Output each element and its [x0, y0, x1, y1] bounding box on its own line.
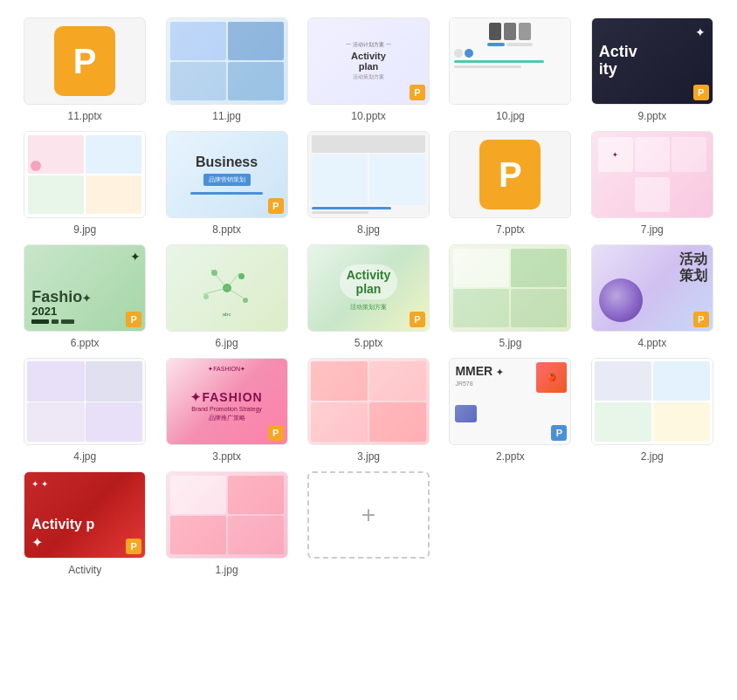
- list-item[interactable]: ✦ Fashio✦ 2021 P 6.pptx: [17, 244, 152, 349]
- list-item[interactable]: 9.jpg: [17, 131, 152, 236]
- pptx-badge: P: [410, 85, 425, 100]
- list-item[interactable]: P 7.pptx: [443, 131, 577, 236]
- file-thumbnail[interactable]: ✦ ✦ Activity p ✦ P: [24, 471, 146, 559]
- file-grid: P 11.pptx 11.jpg 一 活动计划方案 一 Activityplan…: [9, 9, 728, 585]
- file-thumbnail[interactable]: ✦ Fashio✦ 2021 P: [24, 244, 146, 332]
- file-name: 3.pptx: [212, 450, 241, 463]
- file-thumbnail[interactable]: [307, 358, 430, 445]
- file-thumbnail[interactable]: ✦ Activity P: [591, 17, 713, 105]
- file-thumbnail[interactable]: [591, 358, 713, 445]
- network-lines: [188, 257, 266, 319]
- file-name: 9.jpg: [73, 223, 96, 236]
- list-item[interactable]: MMER ✦ JR578 🍎 P 2.pptx: [443, 358, 577, 463]
- file-name: 10.pptx: [351, 110, 385, 122]
- pptx-icon: P: [54, 26, 115, 96]
- file-name: 2.pptx: [496, 450, 525, 463]
- list-item[interactable]: 1.jpg: [159, 471, 293, 576]
- thumbnail-content: [167, 18, 287, 104]
- file-thumbnail[interactable]: abc: [166, 244, 288, 332]
- file-name: Activity: [68, 564, 101, 576]
- list-item[interactable]: ✦ 7.jpg: [585, 131, 720, 236]
- pptx-badge: P: [551, 425, 567, 441]
- file-name: 4.pptx: [637, 337, 666, 349]
- pptx-badge: P: [126, 539, 141, 554]
- list-item[interactable]: 4.jpg: [17, 358, 152, 463]
- pptx-badge: P: [410, 312, 425, 327]
- pptx-badge: P: [693, 312, 709, 327]
- pptx-badge: P: [126, 312, 141, 327]
- list-item[interactable]: P 11.pptx: [17, 17, 152, 122]
- file-thumbnail[interactable]: Business 品牌营销策划 P: [166, 131, 288, 218]
- add-button[interactable]: +: [307, 471, 430, 559]
- file-name: 11.pptx: [68, 110, 102, 122]
- file-thumbnail[interactable]: ✦FASHION✦ ✦FASHION Brand Promotion Strat…: [166, 358, 288, 445]
- file-name: 2.jpg: [641, 450, 664, 463]
- list-item[interactable]: 10.jpg: [443, 17, 577, 122]
- svg-line-1: [203, 288, 227, 294]
- thumbnail-content: [24, 359, 145, 444]
- file-name: 5.pptx: [355, 337, 383, 349]
- file-thumbnail[interactable]: [307, 131, 430, 218]
- file-name: 9.pptx: [637, 110, 666, 122]
- file-name: 1.jpg: [216, 564, 238, 576]
- file-thumbnail[interactable]: [24, 131, 146, 218]
- file-thumbnail[interactable]: P: [449, 131, 571, 218]
- file-thumbnail[interactable]: [449, 244, 571, 332]
- list-item[interactable]: Business 品牌营销策划 P 8.pptx: [159, 131, 293, 236]
- file-thumbnail[interactable]: P: [24, 17, 146, 105]
- svg-line-0: [211, 270, 227, 288]
- pptx-badge: P: [693, 85, 709, 100]
- file-thumbnail[interactable]: [449, 17, 571, 105]
- file-thumbnail[interactable]: [166, 471, 288, 559]
- thumbnail-content: [167, 472, 287, 558]
- file-thumbnail[interactable]: 活动策划 P: [591, 244, 713, 332]
- list-item[interactable]: 8.jpg: [301, 131, 436, 236]
- thumbnail-content: [592, 359, 713, 444]
- file-name: 8.pptx: [212, 223, 241, 236]
- list-item[interactable]: 一 活动计划方案 一 Activityplan 活动策划方案 P 10.pptx: [301, 17, 436, 122]
- thumbnail-content: ✦: [592, 132, 713, 217]
- file-name: 10.jpg: [496, 110, 525, 122]
- thumbnail-content: [450, 245, 570, 331]
- svg-line-2: [227, 273, 239, 288]
- pptx-badge: P: [268, 198, 284, 214]
- file-thumbnail[interactable]: MMER ✦ JR578 🍎 P: [449, 358, 571, 445]
- file-name: 6.jpg: [216, 337, 238, 349]
- list-item[interactable]: 3.jpg: [301, 358, 436, 463]
- list-item[interactable]: 活动策划 P 4.pptx: [585, 244, 720, 349]
- file-name: 4.jpg: [73, 450, 96, 463]
- pptx-badge: P: [268, 425, 284, 441]
- add-file-item[interactable]: +: [301, 471, 436, 576]
- file-thumbnail[interactable]: Activityplan 活动策划方案 P: [307, 244, 430, 332]
- list-item[interactable]: Activityplan 活动策划方案 P 5.pptx: [301, 244, 436, 349]
- list-item[interactable]: 2.jpg: [585, 358, 720, 463]
- file-name: [367, 564, 369, 576]
- file-thumbnail[interactable]: [166, 17, 288, 105]
- file-name: 7.pptx: [496, 223, 525, 236]
- list-item[interactable]: 5.jpg: [443, 244, 577, 349]
- globe-decoration: [599, 278, 643, 322]
- file-name: 8.jpg: [357, 223, 380, 236]
- thumbnail-content: abc: [167, 245, 287, 331]
- list-item[interactable]: 11.jpg: [159, 17, 293, 122]
- file-name: 7.jpg: [641, 223, 664, 236]
- mmer-image: 🍎: [536, 362, 567, 393]
- thumbnail-content: [308, 359, 429, 444]
- thumbnail-content: [450, 18, 570, 104]
- file-thumbnail[interactable]: 一 活动计划方案 一 Activityplan 活动策划方案 P: [307, 17, 430, 105]
- list-item[interactable]: ✦ Activity P 9.pptx: [585, 17, 720, 122]
- file-name: 3.jpg: [357, 450, 380, 463]
- thumbnail-content: [24, 132, 145, 217]
- file-name: 6.pptx: [71, 337, 100, 349]
- pptx-icon: P: [479, 140, 541, 209]
- file-thumbnail[interactable]: [24, 358, 146, 445]
- file-name: 5.jpg: [499, 337, 521, 349]
- list-item[interactable]: abc 6.jpg: [159, 244, 293, 349]
- list-item[interactable]: ✦FASHION✦ ✦FASHION Brand Promotion Strat…: [159, 358, 293, 463]
- svg-line-3: [227, 288, 243, 298]
- file-thumbnail[interactable]: ✦: [591, 131, 713, 218]
- thumbnail-content: [308, 132, 429, 217]
- file-name: 11.jpg: [212, 110, 241, 122]
- list-item[interactable]: ✦ ✦ Activity p ✦ P Activity: [17, 471, 152, 576]
